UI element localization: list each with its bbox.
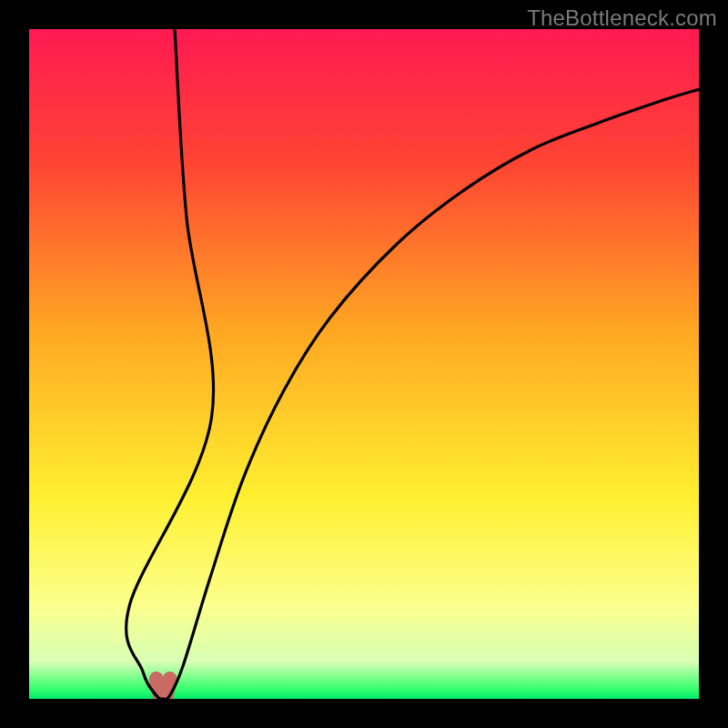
gradient-background — [29, 29, 699, 699]
bottleneck-chart — [29, 29, 699, 699]
watermark-label: TheBottleneck.com — [527, 5, 717, 31]
chart-stage: TheBottleneck.com — [0, 0, 728, 728]
